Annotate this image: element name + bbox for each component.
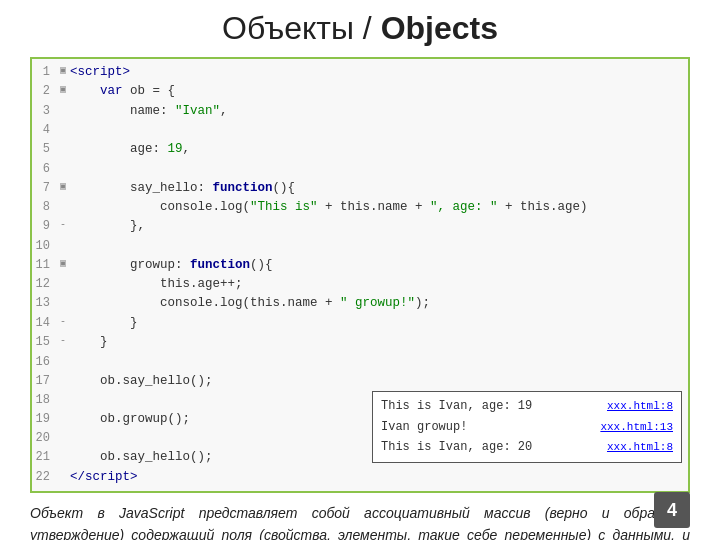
code-line: 16	[32, 353, 688, 372]
code-line: 7▣ say_hello: function(){	[32, 179, 688, 198]
code-editor: 1▣<script>2▣ var ob = {3 name: "Ivan",45…	[30, 57, 690, 493]
console-row: This is Ivan, age: 19xxx.html:8	[381, 396, 673, 417]
code-line: 17 ob.say_hello();	[32, 372, 688, 391]
line-code-text: }	[70, 333, 688, 352]
console-output-text: This is Ivan, age: 20	[381, 438, 532, 457]
line-number: 18	[32, 391, 56, 410]
code-line: 13 console.log(this.name + " growup!");	[32, 294, 688, 313]
line-number: 20	[32, 429, 56, 448]
line-number: 7	[32, 179, 56, 198]
line-number: 16	[32, 353, 56, 372]
code-line: 5 age: 19,	[32, 140, 688, 159]
line-code-text: say_hello: function(){	[70, 179, 688, 198]
line-code-text: <script>	[70, 63, 688, 82]
line-code-text: ob.say_hello();	[70, 372, 688, 391]
collapse-icon[interactable]: -	[56, 333, 70, 349]
line-number: 17	[32, 372, 56, 391]
console-output: This is Ivan, age: 19xxx.html:8Ivan grow…	[372, 391, 682, 463]
line-code-text: }	[70, 314, 688, 333]
page: Объекты / Objects 1▣<script>2▣ var ob = …	[0, 0, 720, 540]
line-number: 9	[32, 217, 56, 236]
line-number: 8	[32, 198, 56, 217]
line-code-text: this.age++;	[70, 275, 688, 294]
code-line: 3 name: "Ivan",	[32, 102, 688, 121]
code-line: 2▣ var ob = {	[32, 82, 688, 101]
line-code-text: var ob = {	[70, 82, 688, 101]
line-code-text: console.log("This is" + this.name + ", a…	[70, 198, 688, 217]
collapse-icon[interactable]: ▣	[56, 82, 70, 98]
title-part2: Objects	[381, 10, 498, 46]
code-line: 8 console.log("This is" + this.name + ",…	[32, 198, 688, 217]
console-source-link[interactable]: xxx.html:13	[600, 419, 673, 436]
title-part1: Объекты /	[222, 10, 381, 46]
code-line: 1▣<script>	[32, 63, 688, 82]
console-output-text: This is Ivan, age: 19	[381, 397, 532, 416]
line-number: 14	[32, 314, 56, 333]
line-number: 13	[32, 294, 56, 313]
console-source-link[interactable]: xxx.html:8	[607, 439, 673, 456]
code-line: 11▣ growup: function(){	[32, 256, 688, 275]
page-title: Объекты / Objects	[222, 10, 498, 47]
line-code-text: name: "Ivan",	[70, 102, 688, 121]
line-number: 1	[32, 63, 56, 82]
line-code-text: growup: function(){	[70, 256, 688, 275]
line-code-text: age: 19,	[70, 140, 688, 159]
line-number: 3	[32, 102, 56, 121]
line-number: 11	[32, 256, 56, 275]
code-line: 6	[32, 160, 688, 179]
line-code-text: },	[70, 217, 688, 236]
line-number: 5	[32, 140, 56, 159]
code-line: 22</script>	[32, 468, 688, 487]
description-text: Объект в JavaScript представляет собой а…	[30, 503, 690, 540]
line-number: 10	[32, 237, 56, 256]
line-number: 15	[32, 333, 56, 352]
code-line: 10	[32, 237, 688, 256]
line-code-text: console.log(this.name + " growup!");	[70, 294, 688, 313]
code-line: 4	[32, 121, 688, 140]
collapse-icon[interactable]: -	[56, 314, 70, 330]
page-number: 4	[654, 492, 690, 528]
line-number: 19	[32, 410, 56, 429]
code-line: 9- },	[32, 217, 688, 236]
collapse-icon[interactable]: -	[56, 217, 70, 233]
line-number: 2	[32, 82, 56, 101]
code-line: 12 this.age++;	[32, 275, 688, 294]
console-output-text: Ivan growup!	[381, 418, 467, 437]
console-row: Ivan growup!xxx.html:13	[381, 417, 673, 438]
console-row: This is Ivan, age: 20xxx.html:8	[381, 437, 673, 458]
line-number: 12	[32, 275, 56, 294]
line-number: 6	[32, 160, 56, 179]
code-line: 15- }	[32, 333, 688, 352]
line-number: 4	[32, 121, 56, 140]
console-source-link[interactable]: xxx.html:8	[607, 398, 673, 415]
collapse-icon[interactable]: ▣	[56, 63, 70, 79]
code-line: 14- }	[32, 314, 688, 333]
collapse-icon[interactable]: ▣	[56, 179, 70, 195]
line-code-text: </script>	[70, 468, 688, 487]
collapse-icon[interactable]: ▣	[56, 256, 70, 272]
line-number: 22	[32, 468, 56, 487]
line-number: 21	[32, 448, 56, 467]
